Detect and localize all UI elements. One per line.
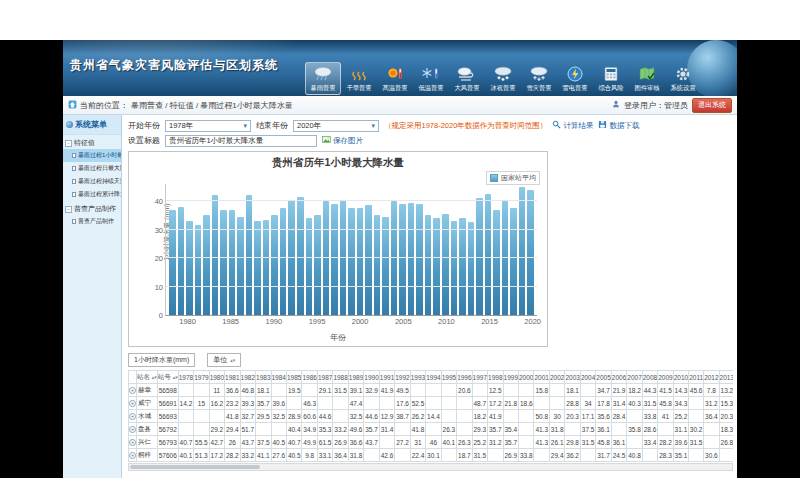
sidebar-item[interactable]: 暴雨过程持续天数 (63, 175, 121, 188)
bar-2002 (374, 215, 381, 315)
value-cell: 40.5 (271, 436, 286, 449)
value-cell: 29.8 (565, 436, 580, 449)
table-row: +兴仁5679340.755.542.72643.737.540.540.749… (129, 436, 734, 449)
toolbar-item-label: 雪灾普查 (526, 84, 551, 93)
save-image-button[interactable]: 保存图片 (322, 135, 363, 146)
station-name-cell: 盘县 (137, 423, 158, 436)
year-column-header: 2009 (658, 371, 673, 384)
station-name-cell: 水城 (137, 410, 158, 423)
lightning-icon (564, 65, 586, 82)
value-cell: 51.3 (194, 449, 209, 462)
value-cell: 36.6 (225, 384, 240, 397)
value-cell: 29.1 (317, 384, 332, 397)
value-cell (704, 436, 719, 449)
year-column-header: 1998 (488, 371, 503, 384)
expand-row-icon[interactable]: + (129, 400, 136, 407)
station-name-column-header[interactable]: 站名 ▴▾ (137, 371, 158, 384)
expand-row-icon[interactable]: + (129, 413, 136, 420)
value-cell: 40.7 (286, 436, 301, 449)
value-cell: 30.6 (704, 449, 719, 462)
toolbar-item-label: 暴雨普查 (310, 84, 335, 93)
toolbar-item-2[interactable]: 干旱普查 (341, 62, 377, 95)
toolbar-item-6[interactable]: 冰雹普查 (485, 62, 521, 95)
row-expander-cell: + (129, 397, 137, 410)
station-id-cell: 56792 (157, 423, 178, 436)
value-cell: 39.3 (240, 397, 255, 410)
toolbar-item-label: 图件审核 (634, 84, 659, 93)
value-cell: 31.5 (472, 449, 487, 462)
toolbar-item-9[interactable]: 综合风险 (593, 62, 629, 95)
unit-filter-chip[interactable]: 单位 ▴▾ (207, 353, 241, 367)
measure-filter-chip[interactable]: 1小时降水量(mm) (128, 353, 195, 367)
toolbar-item-3[interactable]: 高温普查 (377, 62, 413, 95)
value-cell: 30 (549, 410, 564, 423)
query-controls: 开始年份 1978年 ▾ 结束年份 2020年 ▾ （规定采用1978-2020… (128, 118, 733, 133)
toolbar-item-label: 低温普查 (418, 84, 443, 93)
page-icon (72, 153, 76, 158)
toolbar-item-8[interactable]: 雷电普查 (557, 62, 593, 95)
horizontal-scrollbar[interactable] (128, 463, 733, 471)
calculate-button[interactable]: 计算结果 (552, 120, 593, 131)
expand-row-icon[interactable]: + (129, 387, 136, 394)
page: 贵州省气象灾害风险评估与区划系统 暴雨普查干旱普查高温普查低温普查大风普查冰雹普… (0, 0, 800, 500)
legend-swatch (490, 174, 498, 182)
sidebar-item[interactable]: 暴雨过程累计降水量 (63, 188, 121, 201)
download-button[interactable]: 数据下载 (598, 120, 639, 131)
sidebar-item[interactable]: 普查产品制作 (63, 215, 121, 228)
value-cell (271, 384, 286, 397)
value-cell (457, 410, 472, 423)
sidebar-group-2[interactable]: -普查产品制作 (63, 201, 121, 215)
value-cell: 36.1 (611, 436, 626, 449)
station-id-column-header[interactable]: 站号 ▴▾ (157, 371, 178, 384)
toolbar-item-1[interactable]: 暴雨普查 (305, 62, 341, 95)
toolbar-item-5[interactable]: 大风普查 (449, 62, 485, 95)
value-cell (503, 410, 518, 423)
chart-legend[interactable]: 国家站平均 (486, 171, 540, 185)
value-cell: 28.9 (286, 410, 301, 423)
value-cell (178, 423, 193, 436)
value-cell: 39.6 (673, 436, 688, 449)
value-cell (395, 449, 410, 462)
value-cell (580, 449, 595, 462)
value-cell: 41 (658, 410, 673, 423)
value-cell: 30.1 (426, 449, 441, 462)
start-year-select[interactable]: 1978年 ▾ (165, 120, 251, 132)
value-cell: 41.9 (488, 410, 503, 423)
chart-title-label: 设置标题 (128, 135, 160, 146)
tree-toggle-icon[interactable]: - (65, 206, 72, 213)
value-cell: 30.2 (689, 423, 704, 436)
chart-title-input[interactable] (165, 135, 317, 147)
expand-row-icon[interactable]: + (129, 426, 136, 433)
bar-2000 (357, 208, 364, 315)
value-cell: 31.1 (673, 423, 688, 436)
value-cell (689, 449, 704, 462)
sidebar-item[interactable]: 暴雨过程1小时最大降水量 (63, 149, 121, 162)
scrollbar-thumb[interactable] (130, 465, 260, 469)
page-icon (72, 192, 76, 197)
toolbar-item-7[interactable]: 雪灾普查 (521, 62, 557, 95)
breadcrumb-path[interactable]: 暴雨普查 / 特征值 / 暴雨过程1小时最大降水量 (131, 100, 293, 111)
value-cell (194, 410, 209, 423)
end-year-select[interactable]: 2020年 ▾ (293, 120, 379, 132)
expand-row-icon[interactable]: + (129, 452, 136, 459)
tree-toggle-icon[interactable]: - (65, 140, 72, 147)
sidebar-item[interactable]: 暴雨过程日最大降水量 (63, 162, 121, 175)
x-tick-label: 2000 (352, 317, 369, 326)
value-cell: 40.3 (627, 397, 642, 410)
gridline (166, 200, 537, 201)
value-cell (410, 384, 425, 397)
logout-button[interactable]: 退出系统 (692, 98, 732, 113)
expand-row-icon[interactable]: + (129, 439, 136, 446)
bar-1987 (246, 195, 253, 315)
value-cell: 12.5 (488, 384, 503, 397)
value-cell: 18.1 (565, 384, 580, 397)
value-cell: 35.7 (503, 436, 518, 449)
toolbar-item-11[interactable]: 系统设置 (665, 62, 701, 95)
value-cell: 25.2 (472, 436, 487, 449)
toolbar-item-10[interactable]: 图件审核 (629, 62, 665, 95)
sidebar-group-1[interactable]: -特征值 (63, 135, 121, 149)
value-cell: 31.8 (549, 423, 564, 436)
toolbar-item-4[interactable]: 低温普查 (413, 62, 449, 95)
menu-icon (66, 121, 73, 128)
value-cell: 34 (580, 397, 595, 410)
